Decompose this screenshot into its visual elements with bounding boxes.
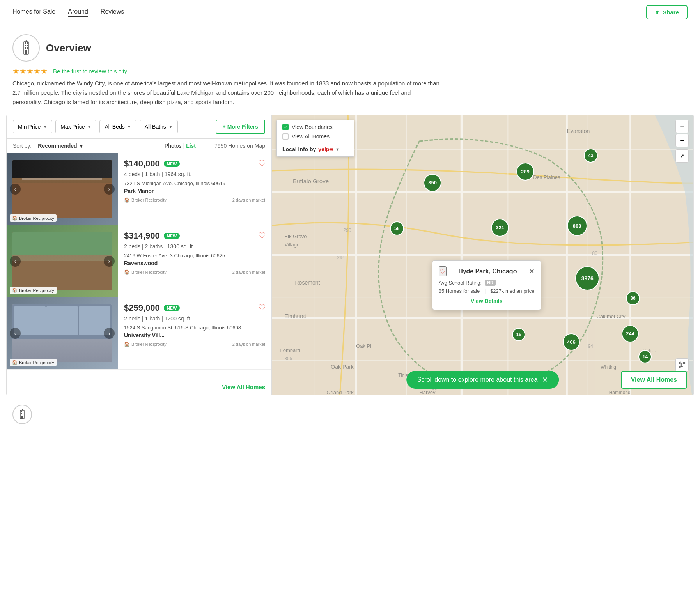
svg-text:Village: Village [284,242,299,248]
svg-rect-1 [25,42,26,44]
svg-text:Oak Pl: Oak Pl [356,343,371,349]
cluster-350[interactable]: 350 [424,174,441,192]
prev-image-button[interactable]: ‹ [10,184,21,195]
more-filters-button[interactable]: + More Filters [216,120,265,134]
view-details-link[interactable]: View Details [439,298,535,304]
prev-image-button[interactable]: ‹ [10,328,21,339]
cluster-883[interactable]: 883 [567,216,587,236]
cluster-321[interactable]: 321 [491,219,509,237]
svg-text:Elmhurst: Elmhurst [284,313,306,319]
cluster-244[interactable]: 244 [622,325,639,342]
popup-favorite-button[interactable]: ♡ [439,266,447,276]
listing-details: 2 beds | 2 baths | 1300 sq. ft. [124,243,265,250]
all-baths-filter[interactable]: All Baths ▼ [140,120,178,133]
cluster-15[interactable]: 15 [512,328,525,341]
listing-broker-row: 🏠 Broker Reciprocity 2 days on market [124,269,265,275]
chevron-down-icon: ▼ [43,124,47,129]
listing-address: 7321 S Michigan Ave. Chicago, Illinois 6… [124,181,265,186]
prev-image-button[interactable]: ‹ [10,256,21,267]
local-info-row[interactable]: Local Info by yelp✸ ▼ [282,146,349,152]
chevron-down-icon: ▼ [168,124,173,129]
nav-around[interactable]: Around [68,8,88,17]
listings-container: ‹ › 🏠 Broker Reciprocity $140,000 NEW 4 … [7,153,271,379]
photos-view-toggle[interactable]: Photos [165,143,182,149]
listing-address: 1524 S Sangamon St. 616-S Chicago, Illin… [124,325,265,331]
popup-rating-label: Avg School Rating: [439,280,482,286]
popup-stats: 85 Homes for sale | $227k median price [439,288,535,294]
local-info-label: Local Info by [282,146,316,152]
share-label: Share [663,9,679,16]
nav-homes-for-sale[interactable]: Homes for Sale [12,8,55,17]
view-all-homes-toggle[interactable]: View All Homes [282,133,349,140]
expand-map-button[interactable]: ⤢ [675,149,689,163]
popup-close-button[interactable]: ✕ [529,267,535,276]
favorite-button[interactable]: ♡ [258,159,266,169]
cluster-289[interactable]: 289 [516,163,534,181]
svg-rect-3 [25,45,26,46]
next-image-button[interactable]: › [104,328,115,339]
share-icon: ⬆ [655,9,659,16]
chevron-down-icon: ▼ [87,124,91,129]
neighborhood-popup: ♡ Hyde Park, Chicago ✕ Avg School Rating… [432,260,541,310]
svg-rect-7 [25,50,27,54]
yelp-logo: yelp✸ [318,146,333,152]
share-button[interactable]: ⬆ Share [646,5,688,19]
top-nav: Homes for Sale Around Reviews ⬆ Share [0,0,700,25]
svg-text:Orland Park: Orland Park [327,389,354,395]
sort-by-label: Sort by: [13,143,32,149]
toast-close-button[interactable]: ✕ [542,375,548,384]
svg-text:Calumet City: Calumet City [596,313,626,319]
main-content: Min Price ▼ Max Price ▼ All Beds ▼ All B… [6,115,694,395]
listing-info-2: $314,900 NEW 2 beds | 2 baths | 1300 sq.… [118,225,271,297]
cluster-43[interactable]: 43 [584,149,598,163]
listing-broker-row: 🏠 Broker Reciprocity 2 days on market [124,197,265,203]
broker-icon-small: 🏠 [124,197,130,203]
view-all-homes-link[interactable]: View All Homes [222,384,265,390]
listing-neighborhood: Park Manor [124,188,265,194]
listing-image-2: ‹ › 🏠 Broker Reciprocity [7,225,118,297]
next-image-button[interactable]: › [104,256,115,267]
listing-price: $259,000 [124,303,160,313]
svg-rect-62 [21,413,22,414]
svg-text:Evanston: Evanston [567,128,590,134]
overview-title: Overview [46,42,91,54]
broker-badge: 🏠 Broker Reciprocity [10,214,57,222]
map-tools-button[interactable] [675,358,689,372]
broker-icon: 🏠 [12,288,18,293]
nav-reviews[interactable]: Reviews [101,8,124,17]
zoom-in-button[interactable]: + [675,120,689,133]
svg-text:355: 355 [284,356,292,361]
rating-badge: NR [485,280,496,286]
cluster-466[interactable]: 466 [563,333,580,350]
listing-info-3: $259,000 NEW 2 beds | 1 bath | 1200 sq. … [118,297,271,369]
svg-text:Lombard: Lombard [280,347,300,353]
svg-text:Des Plaines: Des Plaines [533,174,560,180]
listing-address: 2419 W Foster Ave. 3 Chicago, Illinois 6… [124,253,265,258]
view-boundaries-toggle[interactable]: ✓ View Boundaries [282,124,349,130]
cluster-3976[interactable]: 3976 [575,266,599,290]
svg-text:294: 294 [337,255,345,260]
listing-image-3: ‹ › 🏠 Broker Reciprocity [7,297,118,369]
svg-rect-2 [27,42,28,44]
view-all-homes-button[interactable]: View All Homes [621,371,687,389]
all-beds-filter[interactable]: All Beds ▼ [99,120,136,133]
rating-stars: ★★★★★ [12,66,48,76]
popup-rating-row: Avg School Rating: NR [439,280,535,286]
zoom-out-button[interactable]: − [675,134,689,147]
listing-neighborhood: University Vill... [124,332,265,338]
max-price-filter[interactable]: Max Price ▼ [55,120,96,133]
review-link[interactable]: Be the first to review this city. [53,68,128,74]
list-view-toggle[interactable]: List [186,143,196,149]
sort-dropdown[interactable]: Recommended ▼ [38,143,84,149]
cluster-58[interactable]: 58 [390,221,404,235]
new-badge: NEW [164,305,180,311]
broker-icon: 🏠 [12,360,18,365]
favorite-button[interactable]: ♡ [258,231,266,241]
min-price-filter[interactable]: Min Price ▼ [13,120,52,133]
listing-days: 2 days on market [232,198,265,202]
next-image-button[interactable]: › [104,184,115,195]
svg-rect-60 [21,411,22,412]
overview-description: Chicago, nicknamed the Windy City, is on… [12,79,441,107]
map-overlay-box: ✓ View Boundaries View All Homes Local I… [276,120,354,157]
favorite-button[interactable]: ♡ [258,303,266,313]
